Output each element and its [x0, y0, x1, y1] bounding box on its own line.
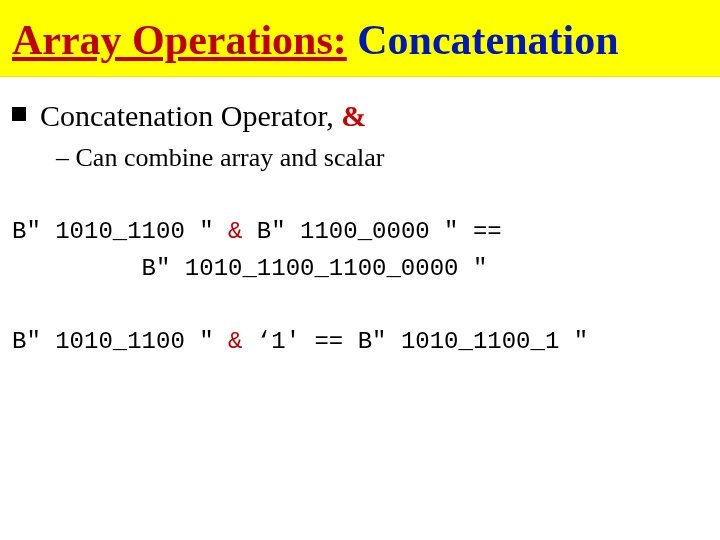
square-bullet-icon [12, 107, 26, 121]
code1-part-a: B" 1010_1100 " [12, 218, 228, 245]
title-suffix: Concatenation [347, 17, 619, 63]
slide-title: Array Operations: Concatenation [12, 18, 708, 62]
bullet-text: Concatenation Operator, & [40, 99, 366, 133]
code-example-1: B" 1010_1100 " & B" 1100_0000 " == B" 10… [12, 213, 708, 287]
sub-bullet-dash: – [56, 143, 76, 172]
title-bar: Array Operations: Concatenation [0, 0, 720, 77]
code2-part-b: ‘1' == B" 1010_1100_1 " [242, 328, 588, 355]
ampersand-operator: & [341, 99, 366, 132]
code1-line2: B" 1010_1100_1100_0000 " [12, 255, 487, 282]
code2-part-a: B" 1010_1100 " [12, 328, 228, 355]
title-prefix: Array Operations: [12, 17, 347, 63]
code1-amp: & [228, 218, 242, 245]
code-example-2: B" 1010_1100 " & ‘1' == B" 1010_1100_1 " [12, 323, 708, 360]
sub-bullet-text: Can combine array and scalar [76, 143, 385, 172]
bullet-item: Concatenation Operator, & [12, 99, 708, 133]
code2-amp: & [228, 328, 242, 355]
code1-part-b: B" 1100_0000 " == [242, 218, 501, 245]
bullet-text-before: Concatenation Operator, [40, 99, 341, 132]
sub-bullet-item: – Can combine array and scalar [56, 143, 708, 173]
content-area: Concatenation Operator, & – Can combine … [0, 77, 720, 361]
